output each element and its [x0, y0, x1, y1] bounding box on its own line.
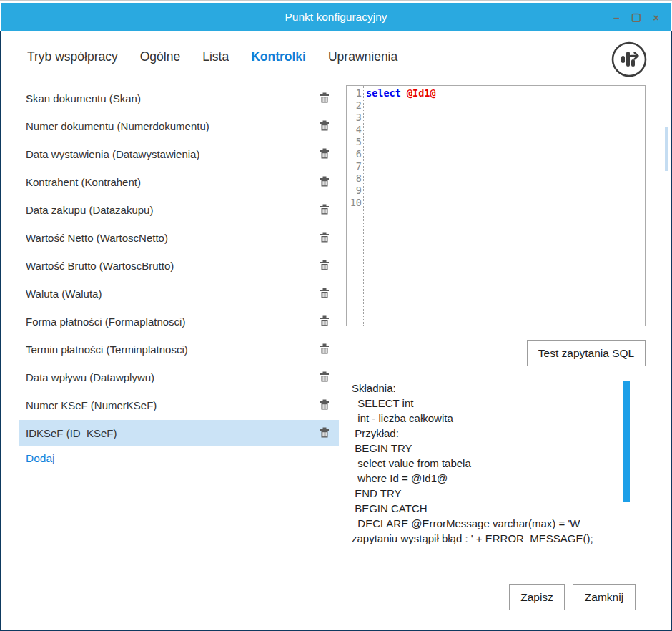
list-item[interactable]: Data wystawienia (Datawystawienia): [19, 141, 339, 167]
line-number: 6: [347, 148, 362, 160]
sql-parameter: @Id1@: [401, 87, 436, 99]
field-list: Skan dokumentu (Skan) Numer: [19, 85, 339, 448]
list-item[interactable]: Termin płatności (Terminplatnosci): [19, 336, 339, 362]
field-label: Numer dokumentu (Numerdokumentu): [26, 120, 319, 132]
line-number: 2: [347, 99, 362, 112]
list-item[interactable]: Waluta (Waluta): [19, 280, 339, 306]
trash-icon[interactable]: [319, 203, 330, 216]
field-label: IDKSeF (ID_KSeF): [26, 427, 319, 439]
field-label: Data zakupu (Datazakupu): [26, 204, 319, 216]
trash-icon[interactable]: [319, 315, 330, 328]
field-label: Forma płatności (Formaplatnosci): [26, 316, 319, 328]
trash-icon[interactable]: [319, 231, 330, 244]
list-item[interactable]: Numer KSeF (NumerKSeF): [19, 392, 339, 418]
field-label: Data wpływu (Datawplywu): [26, 371, 319, 383]
list-item[interactable]: Wartość Netto (WartoscNetto): [19, 225, 339, 250]
list-item[interactable]: Forma płatności (Formaplatnosci): [19, 308, 339, 334]
line-number: 10: [347, 197, 362, 209]
dialog-window: Punkt konfiguracyjny – ▢ × Tryb współpra…: [0, 0, 672, 631]
trash-icon[interactable]: [319, 287, 330, 300]
tab-item[interactable]: Tryb współpracy: [27, 49, 118, 64]
list-item[interactable]: Wartość Brutto (WartoscBrutto): [19, 253, 339, 278]
window-controls: – ▢ ×: [611, 3, 662, 31]
data-export-icon[interactable]: [611, 41, 648, 78]
tab-bar: Tryb współpracy Ogólne Lista Kontrolki U…: [27, 49, 397, 64]
tab-item[interactable]: Lista: [202, 49, 229, 64]
line-number: 4: [347, 124, 362, 136]
tab-item[interactable]: Kontrolki: [251, 49, 306, 64]
line-number: 7: [347, 160, 362, 172]
trash-icon[interactable]: [319, 426, 330, 439]
sql-editor[interactable]: 12345678910 select @Id1@: [346, 85, 646, 326]
trash-icon[interactable]: [319, 147, 330, 160]
add-field-link[interactable]: Dodaj: [26, 452, 55, 465]
editor-line-numbers: 12345678910: [347, 86, 364, 326]
sql-keyword: select: [366, 87, 401, 99]
list-item[interactable]: Kontrahent (Kontrahent): [19, 169, 339, 195]
maximize-icon[interactable]: ▢: [631, 11, 642, 24]
sql-syntax-help: Składnia: SELECT int int - liczba całkow…: [352, 381, 618, 546]
line-number: 8: [347, 172, 362, 185]
list-item[interactable]: Skan dokumentu (Skan): [19, 85, 339, 111]
trash-icon[interactable]: [319, 259, 330, 272]
trash-icon[interactable]: [319, 119, 330, 132]
test-sql-button[interactable]: Test zapytania SQL: [527, 340, 646, 366]
save-button[interactable]: Zapisz: [509, 584, 565, 610]
close-button[interactable]: Zamknij: [573, 584, 636, 610]
trash-icon[interactable]: [319, 343, 330, 356]
field-label: Skan dokumentu (Skan): [26, 92, 319, 104]
tab-item[interactable]: Uprawnienia: [328, 49, 397, 64]
field-label: Kontrahent (Kontrahent): [26, 176, 319, 188]
list-item[interactable]: IDKSeF (ID_KSeF): [19, 420, 339, 446]
field-label: Data wystawienia (Datawystawienia): [26, 148, 319, 160]
titlebar[interactable]: Punkt konfiguracyjny – ▢ ×: [1, 3, 671, 31]
help-scrollbar[interactable]: [623, 381, 630, 564]
window-title: Punkt konfiguracyjny: [285, 11, 387, 24]
field-label: Waluta (Waluta): [26, 288, 319, 300]
field-label: Wartość Brutto (WartoscBrutto): [26, 260, 319, 272]
line-number: 3: [347, 112, 362, 124]
list-item[interactable]: Data zakupu (Datazakupu): [19, 197, 339, 222]
tab-item[interactable]: Ogólne: [140, 49, 180, 64]
sql-code-area[interactable]: select @Id1@: [364, 86, 645, 326]
close-icon[interactable]: ×: [651, 11, 662, 24]
help-scrollbar-thumb[interactable]: [623, 381, 630, 502]
trash-icon[interactable]: [319, 398, 330, 411]
list-item[interactable]: Numer dokumentu (Numerdokumentu): [19, 113, 339, 139]
dialog-body: Tryb współpracy Ogólne Lista Kontrolki U…: [0, 31, 672, 631]
list-item[interactable]: Data wpływu (Datawplywu): [19, 364, 339, 390]
window-scrollbar-artifact: [665, 127, 668, 171]
field-label: Termin płatności (Terminplatnosci): [26, 343, 319, 356]
minimize-icon[interactable]: –: [611, 11, 622, 24]
field-label: Wartość Netto (WartoscNetto): [26, 232, 319, 244]
trash-icon[interactable]: [319, 175, 330, 188]
line-number: 5: [347, 136, 362, 148]
line-number: 9: [347, 185, 362, 197]
trash-icon[interactable]: [319, 92, 330, 104]
line-number: 1: [347, 87, 362, 99]
field-label: Numer KSeF (NumerKSeF): [26, 399, 319, 411]
trash-icon[interactable]: [319, 371, 330, 383]
